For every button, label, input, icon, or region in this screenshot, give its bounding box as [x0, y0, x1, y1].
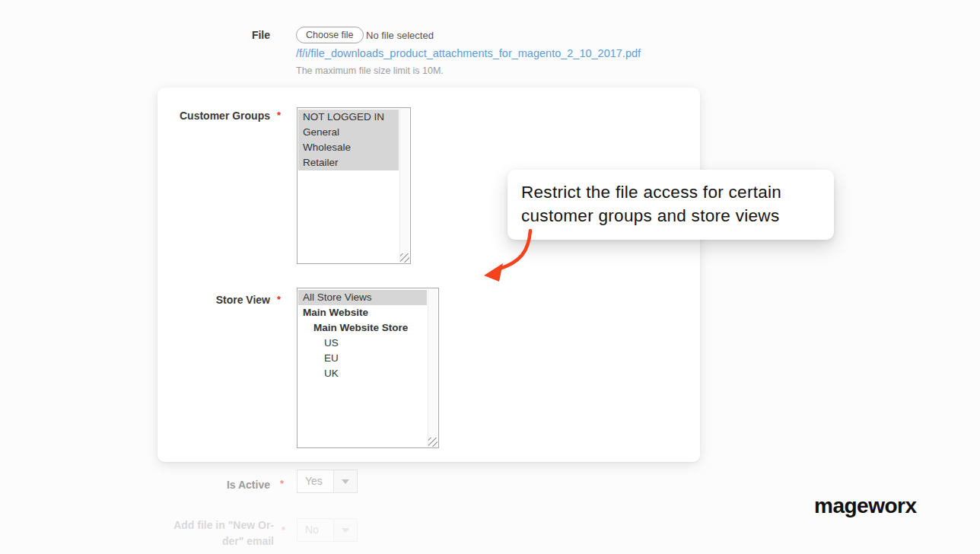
is-active-dropdown-button[interactable]	[333, 470, 357, 492]
listbox-option[interactable]: Retailer	[298, 155, 399, 170]
listbox-option[interactable]: US	[298, 336, 427, 351]
annotation-arrow-icon	[478, 228, 542, 288]
annotation-callout: Restrict the file access for certain cus…	[508, 170, 834, 240]
store-view-listbox[interactable]: All Store ViewsMain WebsiteMain Website …	[297, 288, 439, 448]
file-size-note: The maximum file size limit is 10M.	[296, 65, 444, 76]
store-view-label: Store View	[158, 294, 270, 307]
mageworx-logo: mageworx	[814, 494, 917, 518]
uploaded-file-link[interactable]: /f/i/file_downloads_product_attachments_…	[296, 47, 641, 59]
is-active-value: Yes	[298, 470, 333, 492]
chevron-down-icon	[342, 528, 349, 533]
add-file-email-value: No	[298, 519, 333, 541]
listbox-option[interactable]: General	[298, 125, 399, 140]
customer-groups-label: Customer Groups	[158, 110, 270, 123]
highlight-card: Customer Groups * NOT LOGGED INGeneralWh…	[158, 88, 700, 462]
listbox-option[interactable]: Main Website	[298, 305, 427, 320]
no-file-selected-text: No file selected	[366, 30, 434, 41]
is-active-select[interactable]: Yes	[297, 470, 358, 493]
store-view-required-mark: *	[277, 294, 281, 305]
is-active-required-mark: *	[280, 478, 284, 489]
customer-groups-label-row: Customer Groups *	[158, 110, 281, 123]
store-view-resize-handle[interactable]	[428, 438, 438, 447]
add-file-email-required-mark: *	[282, 524, 285, 536]
listbox-option[interactable]: NOT LOGGED IN	[298, 110, 399, 125]
chevron-down-icon	[342, 479, 349, 484]
add-file-email-label: Add file in "New Or- der" email	[152, 517, 274, 549]
add-file-email-label-line1: Add file in "New Or-	[152, 517, 274, 533]
customer-groups-required-mark: *	[277, 110, 281, 121]
choose-file-button[interactable]: Choose file	[296, 27, 364, 43]
listbox-option[interactable]: EU	[298, 351, 427, 366]
customer-groups-resize-handle[interactable]	[400, 253, 409, 263]
listbox-option[interactable]: UK	[298, 366, 427, 381]
file-field-label: File	[156, 29, 270, 42]
listbox-option[interactable]: Wholesale	[298, 140, 399, 155]
is-active-label: Is Active	[156, 477, 270, 493]
listbox-option[interactable]: All Store Views	[298, 290, 427, 305]
add-file-email-label-line2: der" email	[152, 533, 274, 549]
annotation-arrow-head	[484, 263, 503, 282]
add-file-email-dropdown-button[interactable]	[333, 519, 357, 541]
store-view-label-row: Store View *	[158, 294, 281, 307]
add-file-email-select[interactable]: No	[297, 518, 358, 542]
annotation-callout-text: Restrict the file access for certain cus…	[521, 183, 781, 225]
store-view-scrollbar-track[interactable]	[428, 289, 438, 447]
customer-groups-listbox[interactable]: NOT LOGGED INGeneralWholesaleRetailer	[297, 107, 411, 264]
customer-groups-options: NOT LOGGED INGeneralWholesaleRetailer	[298, 110, 399, 170]
customer-groups-scrollbar-track[interactable]	[399, 109, 409, 263]
listbox-option[interactable]: Main Website Store	[298, 320, 427, 336]
store-view-options: All Store ViewsMain WebsiteMain Website …	[298, 290, 427, 381]
annotation-arrow-curve	[498, 231, 530, 269]
